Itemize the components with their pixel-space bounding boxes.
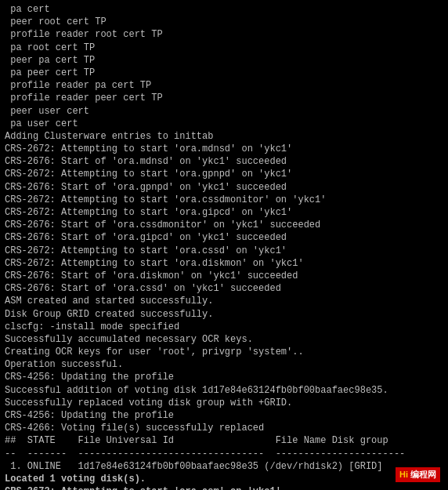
terminal-line: ASM created and started successfully. bbox=[5, 295, 443, 307]
terminal-line: pa peer cert TP bbox=[5, 67, 443, 79]
terminal-line: peer pa cert TP bbox=[5, 54, 443, 67]
terminal-line: CRS-2676: Start of 'ora.gipcd' on 'ykc1'… bbox=[5, 231, 443, 244]
terminal-line: -- ------- -----------------------------… bbox=[5, 448, 443, 460]
terminal-line: 1. ONLINE 1d17e84e63124fb0bf00baafaec98e… bbox=[5, 460, 443, 473]
terminal-line: profile reader pa cert TP bbox=[5, 79, 443, 92]
watermark-text: Hi bbox=[399, 470, 408, 479]
terminal-line: CRS-2676: Start of 'ora.mdnsd' on 'ykc1'… bbox=[5, 155, 443, 168]
terminal-line: CRS-2672: Attempting to start 'ora.gipcd… bbox=[5, 206, 443, 219]
watermark: Hi 编程网 bbox=[396, 467, 440, 482]
terminal-line: clscfg: -install mode specified bbox=[5, 321, 443, 333]
terminal-line: profile reader peer cert TP bbox=[5, 92, 443, 104]
terminal-line: Successfully accumulated necessary OCR k… bbox=[5, 333, 443, 346]
terminal-line: CRS-2676: Start of 'ora.gpnpd' on 'ykc1'… bbox=[5, 181, 443, 194]
terminal-line: Operation successful. bbox=[5, 358, 443, 371]
terminal-line: CRS-2676: Start of 'ora.diskmon' on 'ykc… bbox=[5, 270, 443, 282]
terminal-line: Disk Group GRID created successfully. bbox=[5, 308, 443, 321]
terminal-line: pa cert bbox=[5, 3, 443, 16]
terminal-line: CRS-4256: Updating the profile bbox=[5, 409, 443, 422]
terminal-line: CRS-2672: Attempting to start 'ora.cssd'… bbox=[5, 245, 443, 257]
terminal-line: CRS-2672: Attempting to start 'ora.cssdm… bbox=[5, 194, 443, 206]
terminal-line: Located 1 voting disk(s). bbox=[5, 473, 443, 485]
terminal-line: pa root cert TP bbox=[5, 42, 443, 54]
terminal-line: CRS-2676: Start of 'ora.cssd' on 'ykc1' … bbox=[5, 282, 443, 295]
terminal-line: CRS-2672: Attempting to start 'ora.asm' … bbox=[5, 485, 443, 490]
terminal-line: Successfully replaced voting disk group … bbox=[5, 397, 443, 409]
terminal-line: peer user cert bbox=[5, 105, 443, 118]
terminal-line: ## STATE File Universal Id File Name Dis… bbox=[5, 434, 443, 447]
terminal-line: CRS-2672: Attempting to start 'ora.diskm… bbox=[5, 257, 443, 270]
terminal-line: Successful addition of voting disk 1d17e… bbox=[5, 384, 443, 397]
terminal-line: profile reader root cert TP bbox=[5, 28, 443, 41]
terminal-line: peer root cert TP bbox=[5, 16, 443, 28]
terminal-line: CRS-2676: Start of 'ora.cssdmonitor' on … bbox=[5, 219, 443, 231]
terminal-line: CRS-4266: Voting file(s) successfully re… bbox=[5, 422, 443, 434]
terminal-line: CRS-4256: Updating the profile bbox=[5, 371, 443, 383]
terminal-line: Creating OCR keys for user 'root', privg… bbox=[5, 346, 443, 358]
terminal-line: Adding Clusterware entries to inittab bbox=[5, 130, 443, 143]
terminal-output: pa cert peer root cert TP profile reader… bbox=[0, 0, 448, 490]
terminal-line: CRS-2672: Attempting to start 'ora.gpnpd… bbox=[5, 168, 443, 180]
terminal-line: pa user cert bbox=[5, 118, 443, 130]
terminal-line: CRS-2672: Attempting to start 'ora.mdnsd… bbox=[5, 143, 443, 155]
